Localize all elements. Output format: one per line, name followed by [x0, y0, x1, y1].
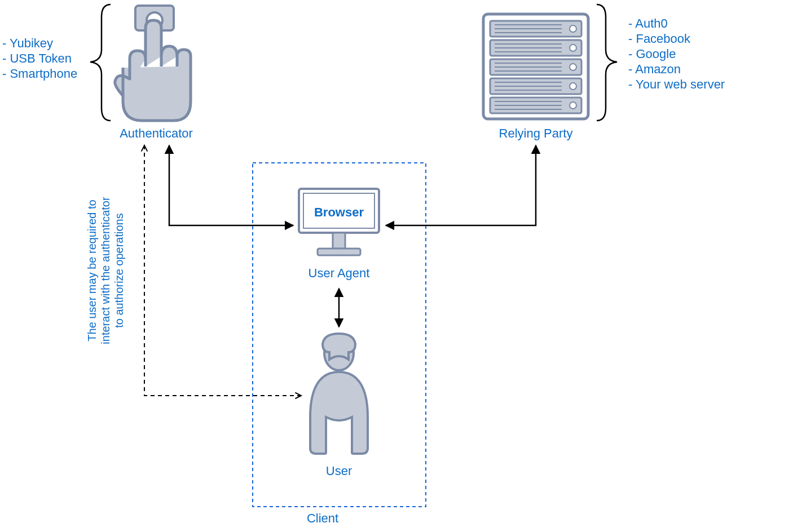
authenticator-label: Authenticator [120, 126, 193, 140]
relying-party-example-4: - Amazon [628, 62, 681, 76]
authenticator-icon [115, 6, 191, 121]
relying-party-example-1: - Auth0 [628, 16, 668, 30]
brace-left-icon [90, 5, 111, 121]
svg-text:The user may be required to: The user may be required to [86, 200, 98, 341]
arrow-authenticator-user-dashed [144, 145, 301, 396]
browser-label: Browser [314, 205, 364, 219]
svg-point-32 [570, 102, 576, 109]
relying-party-example-2: - Facebook [628, 32, 691, 46]
server-icon [483, 14, 588, 119]
authenticator-example-3: - Smartphone [2, 66, 77, 81]
user-label: User [326, 464, 352, 478]
brace-right-icon [597, 5, 617, 121]
svg-rect-3 [318, 249, 360, 255]
arrow-authenticator-browser [169, 145, 293, 225]
svg-point-30 [570, 64, 576, 70]
relying-party-example-3: - Google [628, 47, 676, 61]
monitor-icon [299, 189, 379, 255]
user-agent-label: User Agent [309, 266, 370, 280]
note-text: The user may be required to interact wit… [86, 197, 125, 344]
authenticator-example-2: - USB Token [2, 51, 72, 65]
arrow-relyingparty-browser [386, 145, 536, 225]
svg-text:to authorize operations: to authorize operations [113, 213, 125, 327]
svg-point-29 [570, 45, 576, 51]
svg-point-28 [570, 25, 576, 32]
authenticator-example-1: - Yubikey [2, 36, 53, 50]
user-icon [310, 334, 368, 454]
svg-text:interact with the authenticato: interact with the authenticator [99, 197, 112, 344]
relying-party-example-5: - Your web server [628, 77, 725, 91]
relying-party-label: Relying Party [499, 126, 573, 140]
svg-point-31 [570, 83, 576, 90]
client-label: Client [307, 511, 338, 525]
svg-rect-2 [333, 233, 345, 249]
